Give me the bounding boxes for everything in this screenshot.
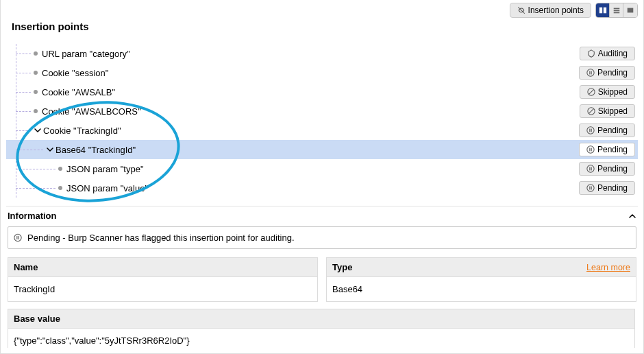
skipped-icon xyxy=(587,88,595,96)
status-badge-label: Pending xyxy=(597,183,628,193)
status-badge[interactable]: Pending xyxy=(579,181,635,195)
svg-rect-15 xyxy=(591,129,592,132)
svg-rect-8 xyxy=(591,71,592,75)
node-dot-icon xyxy=(34,109,38,113)
status-badge-label: Skipped xyxy=(598,106,628,116)
svg-rect-4 xyxy=(613,12,619,14)
svg-rect-14 xyxy=(589,129,590,132)
svg-rect-27 xyxy=(18,236,19,239)
view-toggle xyxy=(595,3,638,18)
status-badge[interactable]: Skipped xyxy=(580,104,635,118)
tree-row[interactable]: URL param "category"Auditing xyxy=(6,44,638,63)
tree-row[interactable]: Cookie "AWSALB"Skipped xyxy=(6,82,638,102)
pending-message: Pending - Burp Scanner has flagged this … xyxy=(27,233,295,243)
tree-row-label: Cookie "AWSALBCORS" xyxy=(42,106,141,117)
svg-rect-26 xyxy=(16,236,17,239)
pending-icon xyxy=(586,126,595,134)
tree-row-label: Cookie "session" xyxy=(42,68,108,78)
name-value: TrackingId xyxy=(8,277,317,301)
tree-row[interactable]: JSON param "value"Pending xyxy=(6,178,638,198)
status-badge[interactable]: Skipped xyxy=(580,85,635,99)
auditing-icon xyxy=(587,49,595,58)
status-badge-label: Skipped xyxy=(598,87,628,97)
status-badge-label: Pending xyxy=(597,68,628,78)
svg-rect-18 xyxy=(591,148,592,152)
page-title: Insertion points xyxy=(12,21,89,32)
tree-row[interactable]: Cookie "session"Pending xyxy=(6,63,638,82)
svg-rect-5 xyxy=(628,8,634,13)
pending-message-box: Pending - Burp Scanner has flagged this … xyxy=(8,226,636,249)
pending-icon xyxy=(586,145,595,154)
learn-more-link[interactable]: Learn more xyxy=(586,263,630,272)
status-badge[interactable]: Pending xyxy=(579,143,635,156)
svg-point-16 xyxy=(587,146,594,153)
node-dot-icon xyxy=(34,51,38,56)
type-value: Base64 xyxy=(327,277,636,301)
svg-line-12 xyxy=(589,109,593,114)
tree-row[interactable]: Base64 "TrackingId"Pending xyxy=(6,140,638,159)
svg-rect-24 xyxy=(591,187,592,190)
svg-point-19 xyxy=(587,165,594,172)
tree-row[interactable]: JSON param "type"Pending xyxy=(6,159,638,178)
svg-point-13 xyxy=(587,127,594,134)
pause-icon xyxy=(14,234,22,242)
svg-point-6 xyxy=(587,69,594,76)
node-dot-icon xyxy=(34,90,38,94)
svg-rect-20 xyxy=(589,167,590,171)
status-badge[interactable]: Pending xyxy=(579,162,635,176)
tree-row-label: JSON param "value" xyxy=(66,183,148,193)
tree-row-label: Base64 "TrackingId" xyxy=(55,145,136,155)
pending-icon xyxy=(586,69,595,77)
tree-row-label: URL param "category" xyxy=(42,49,130,59)
node-dot-icon xyxy=(58,167,62,171)
node-dot-icon xyxy=(58,186,62,190)
status-badge[interactable]: Pending xyxy=(579,66,635,80)
information-header: Information xyxy=(8,211,57,221)
type-label: Type xyxy=(332,262,352,272)
svg-rect-3 xyxy=(613,10,619,12)
status-badge-label: Pending xyxy=(597,126,628,135)
svg-line-10 xyxy=(589,90,593,95)
skipped-icon xyxy=(587,107,595,115)
chevron-down-icon[interactable] xyxy=(34,127,42,134)
tree-row[interactable]: Cookie "TrackingId"Pending xyxy=(6,121,638,140)
eye-off-icon xyxy=(517,6,525,14)
tree-row[interactable]: Cookie "AWSALBCORS"Skipped xyxy=(6,102,638,121)
base-value: {"type":"class","value":"5yJtTSRr3R6R2Io… xyxy=(8,329,634,348)
svg-rect-1 xyxy=(603,8,606,14)
insertion-points-button-label: Insertion points xyxy=(528,5,584,15)
collapse-icon[interactable] xyxy=(628,212,636,220)
status-badge-label: Auditing xyxy=(598,49,628,58)
svg-rect-0 xyxy=(599,8,602,14)
chevron-down-icon[interactable] xyxy=(46,146,54,153)
svg-rect-7 xyxy=(589,71,590,75)
view-list-button[interactable] xyxy=(610,3,623,17)
status-badge-label: Pending xyxy=(597,164,628,174)
tree-row-label: Cookie "TrackingId" xyxy=(43,126,121,136)
tree-row-label: Cookie "AWSALB" xyxy=(42,87,115,97)
svg-rect-17 xyxy=(589,148,590,152)
status-badge[interactable]: Auditing xyxy=(580,47,635,60)
information-panel: Information Pending - Burp Scanner has f… xyxy=(6,206,638,348)
view-split-button[interactable] xyxy=(596,3,610,17)
name-label: Name xyxy=(14,262,38,272)
status-badge-label: Pending xyxy=(597,145,628,154)
insertion-points-button[interactable]: Insertion points xyxy=(510,3,591,18)
tree-row-label: JSON param "type" xyxy=(66,164,144,174)
pending-icon xyxy=(586,165,595,173)
name-property: Name TrackingId xyxy=(8,257,318,302)
svg-rect-2 xyxy=(613,8,619,10)
base-value-property: Base value {"type":"class","value":"5yJt… xyxy=(8,309,635,348)
base-value-label: Base value xyxy=(14,314,60,324)
insertion-point-tree: URL param "category"AuditingCookie "sess… xyxy=(6,44,638,202)
svg-point-25 xyxy=(14,234,21,241)
type-property: Type Learn more Base64 xyxy=(326,257,636,302)
pending-icon xyxy=(586,184,595,192)
view-full-button[interactable] xyxy=(623,3,637,17)
node-dot-icon xyxy=(34,71,38,75)
svg-rect-21 xyxy=(591,167,592,171)
svg-rect-23 xyxy=(589,187,590,190)
status-badge[interactable]: Pending xyxy=(579,123,635,137)
svg-point-22 xyxy=(587,185,594,191)
